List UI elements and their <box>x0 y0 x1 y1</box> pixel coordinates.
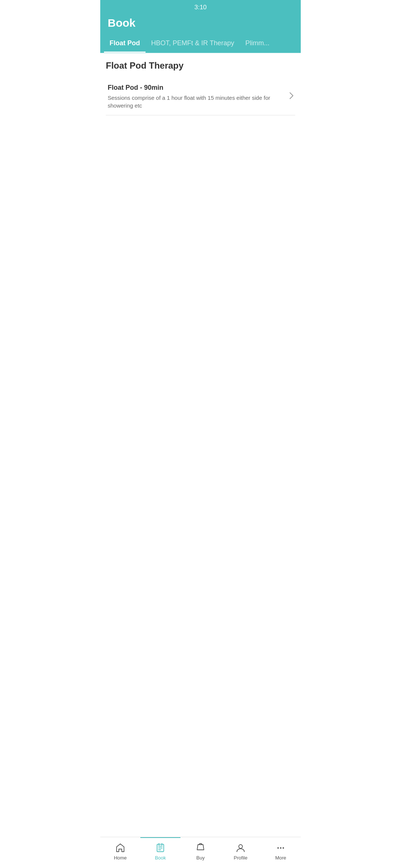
tab-plimm[interactable]: Plimm... <box>240 35 275 53</box>
empty-content <box>100 123 301 716</box>
bottom-navigation: Home Book Buy <box>100 837 301 868</box>
nav-home[interactable]: Home <box>100 841 140 862</box>
svg-point-7 <box>277 847 279 849</box>
service-info: Float Pod - 90min Sessions comprise of a… <box>108 84 286 109</box>
service-item-float-pod-90[interactable]: Float Pod - 90min Sessions comprise of a… <box>106 78 295 115</box>
nav-profile[interactable]: Profile <box>221 841 261 862</box>
chevron-right-icon <box>290 92 293 101</box>
more-icon <box>276 843 286 853</box>
tab-float-pod[interactable]: Float Pod <box>104 35 146 53</box>
tab-hbot[interactable]: HBOT, PEMFt & IR Therapy <box>146 35 240 53</box>
section-title: Float Pod Therapy <box>106 60 295 71</box>
home-icon <box>115 843 125 853</box>
service-name: Float Pod - 90min <box>108 84 286 92</box>
header: Book <box>100 13 301 35</box>
nav-buy[interactable]: Buy <box>180 841 221 862</box>
nav-more-label: More <box>275 855 286 861</box>
profile-icon <box>235 843 246 853</box>
status-bar: 3:10 <box>100 0 301 13</box>
service-description: Sessions comprise of a 1 hour float with… <box>108 94 286 109</box>
svg-point-6 <box>239 845 242 848</box>
nav-home-label: Home <box>114 855 127 861</box>
status-time: 3:10 <box>194 4 206 11</box>
nav-profile-label: Profile <box>234 855 248 861</box>
header-title: Book <box>108 17 136 29</box>
svg-point-9 <box>283 847 284 849</box>
nav-more[interactable]: More <box>261 841 301 862</box>
nav-buy-label: Buy <box>196 855 205 861</box>
main-content: Float Pod Therapy Float Pod - 90min Sess… <box>100 53 301 123</box>
tab-navigation: Float Pod HBOT, PEMFt & IR Therapy Plimm… <box>100 35 301 53</box>
nav-book[interactable]: Book <box>140 841 180 862</box>
svg-point-8 <box>280 847 281 849</box>
book-icon <box>155 843 166 853</box>
active-indicator <box>140 837 180 838</box>
nav-book-label: Book <box>155 855 166 861</box>
buy-icon <box>195 843 206 853</box>
